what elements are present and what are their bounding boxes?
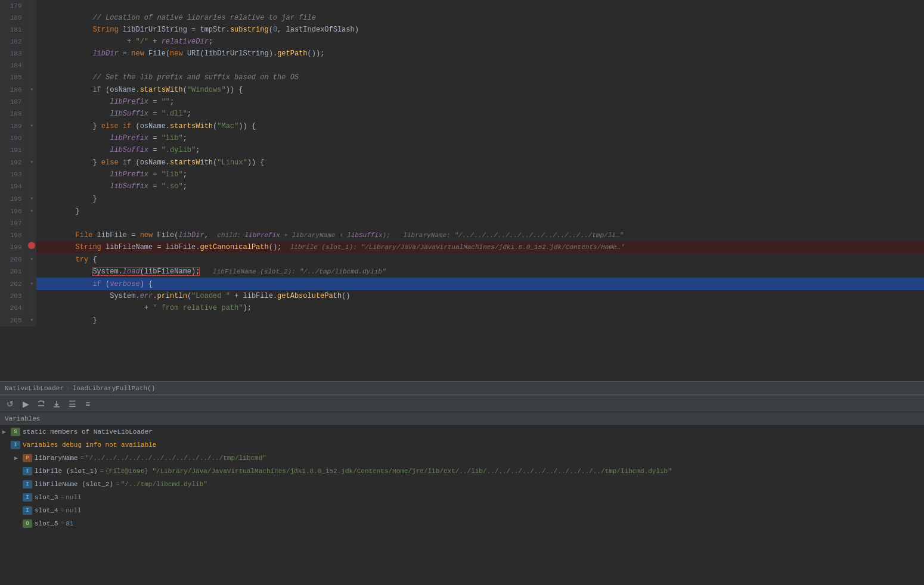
- table-row: 181 String libDirUrlString = tmpStr.subs…: [0, 24, 924, 36]
- table-row: 188 libSuffix = ".dll";: [0, 108, 924, 120]
- code-line-content: [36, 217, 924, 229]
- expand-icon[interactable]: ▶: [14, 455, 23, 462]
- variable-row[interactable]: IlibFileName (slot_2)="/../tmp/libcmd.dy…: [0, 478, 924, 491]
- variable-row[interactable]: IVariables debug info not available: [0, 438, 924, 452]
- step-over-button[interactable]: [35, 397, 48, 410]
- line-number: 204: [0, 302, 27, 314]
- table-row: 197: [0, 217, 924, 229]
- var-value: "/../../../../../../../../../../../tmp/l…: [85, 455, 266, 462]
- list-view-button[interactable]: ≡: [81, 397, 94, 410]
- code-scroll[interactable]: 179180 // Location of native libraries r…: [0, 0, 924, 381]
- code-line-content: + " from relative path");: [36, 302, 924, 314]
- var-type-icon: O: [23, 519, 32, 528]
- code-line-content: String libDirUrlString = tmpStr.substrin…: [36, 24, 924, 36]
- var-type-icon: I: [23, 467, 32, 475]
- table-row: 191 libSuffix = ".dylib";: [0, 144, 924, 156]
- table-row: 194 libSuffix = ".so";: [0, 181, 924, 192]
- fold-icon[interactable]: ▾: [30, 281, 33, 287]
- expand-placeholder: [14, 481, 23, 488]
- gutter-icon-cell: [27, 181, 36, 192]
- var-type-icon: I: [11, 441, 20, 449]
- code-line-content: libPrefix = "";: [36, 96, 924, 108]
- line-number: 180: [0, 12, 27, 24]
- gutter-icon-cell: [27, 229, 36, 241]
- table-row: 201 System.load(libFileName); libFileNam…: [0, 266, 924, 278]
- var-name: slot_3: [35, 494, 58, 501]
- gutter-icon-cell: [27, 169, 36, 181]
- code-line-content: System.load(libFileName); libFileName (s…: [36, 266, 924, 278]
- gutter-icon-cell: [27, 290, 36, 302]
- line-number: 179: [0, 0, 27, 12]
- variables-header: Variables: [0, 412, 924, 425]
- code-line-content: System.err.println("Loaded " + libFile.g…: [36, 290, 924, 302]
- step-into-button[interactable]: [50, 397, 63, 410]
- expand-icon[interactable]: ▶: [2, 428, 11, 435]
- variable-row[interactable]: Oslot_5=81: [0, 517, 924, 530]
- gutter-icon-cell: [27, 302, 36, 314]
- code-line-content: libDir = new File(new URI(libDirUrlStrin…: [36, 48, 924, 60]
- line-number: 190: [0, 132, 27, 144]
- fold-icon[interactable]: ▾: [30, 123, 33, 129]
- var-type-icon: I: [23, 480, 32, 488]
- code-table: 179180 // Location of native libraries r…: [0, 0, 924, 326]
- line-number: 195: [0, 192, 27, 205]
- code-line-content: // Location of native libraries relative…: [36, 12, 924, 24]
- fold-icon[interactable]: ▾: [30, 317, 33, 323]
- code-editor: 179180 // Location of native libraries r…: [0, 0, 924, 585]
- var-equals: =: [80, 455, 85, 462]
- gutter-icon-cell: ▾: [27, 83, 36, 96]
- var-value: {File@1696} "/Library/Java/JavaVirtualMa…: [105, 468, 672, 475]
- table-row: 184: [0, 60, 924, 71]
- var-name: static members of NativeLibLoader: [23, 428, 153, 435]
- gutter-icon-cell: ▾: [27, 120, 36, 132]
- variable-row[interactable]: Islot_3=null: [0, 491, 924, 504]
- line-number: 191: [0, 144, 27, 156]
- restart-button[interactable]: ↺: [4, 397, 17, 410]
- table-row: 192▾ } else if (osName.startsWith("Linux…: [0, 156, 924, 169]
- code-line-content: // Set the lib prefix and suffix based o…: [36, 71, 924, 83]
- var-type-icon: S: [11, 428, 20, 436]
- gutter-icon-cell: [27, 12, 36, 24]
- code-line-content: }: [36, 192, 924, 205]
- fold-icon[interactable]: ▾: [30, 159, 33, 166]
- fold-icon[interactable]: ▾: [30, 208, 33, 214]
- table-row: 187 libPrefix = "";: [0, 96, 924, 108]
- gutter-icon-cell: [27, 217, 36, 229]
- fold-icon[interactable]: ▾: [30, 256, 33, 263]
- table-row: 190 libPrefix = "lib";: [0, 132, 924, 144]
- expand-placeholder: [14, 508, 23, 514]
- variable-row[interactable]: ▶PlibraryName="/../../../../../../../../…: [0, 452, 924, 465]
- code-line-content: libPrefix = "lib";: [36, 169, 924, 181]
- debug-panel: Variables ▶Sstatic members of NativeLibL…: [0, 412, 924, 585]
- line-number: 200: [0, 253, 27, 266]
- code-line-content: String libFileName = libFile.getCanonica…: [36, 241, 924, 253]
- line-number: 203: [0, 290, 27, 302]
- var-value: 81: [66, 520, 73, 527]
- fold-icon[interactable]: ▾: [30, 86, 33, 93]
- var-name: slot_5: [35, 520, 58, 527]
- variable-row[interactable]: Islot_4=null: [0, 504, 924, 517]
- variables-label: Variables: [5, 415, 40, 422]
- code-line-content: if (verbose) {: [36, 278, 924, 290]
- variable-row[interactable]: ▶Sstatic members of NativeLibLoader: [0, 425, 924, 438]
- breakpoint-icon[interactable]: [28, 242, 35, 249]
- resume-button[interactable]: ▶: [19, 397, 32, 410]
- breadcrumb-sep: ›: [66, 385, 70, 392]
- table-row: 204 + " from relative path");: [0, 302, 924, 314]
- code-line-content: libPrefix = "lib";: [36, 132, 924, 144]
- gutter-icon-cell: [27, 36, 36, 48]
- bottom-section: ↺ ▶ ☰ ≡ Variables: [0, 394, 924, 585]
- fold-icon[interactable]: ▾: [30, 195, 33, 202]
- breadcrumb-class: NativeLibLoader: [5, 385, 64, 392]
- code-line-content: }: [36, 205, 924, 217]
- gutter-icon-cell: ▾: [27, 205, 36, 217]
- code-line-content: libSuffix = ".dll";: [36, 108, 924, 120]
- table-view-button[interactable]: ☰: [66, 397, 79, 410]
- var-value: null: [66, 507, 81, 514]
- table-row: 196▾ }: [0, 205, 924, 217]
- gutter-icon-cell: [27, 60, 36, 71]
- table-row: 182 + "/" + relativeDir;: [0, 36, 924, 48]
- gutter-icon-cell: ▾: [27, 156, 36, 169]
- variable-row[interactable]: IlibFile (slot_1)={File@1696} "/Library/…: [0, 465, 924, 478]
- line-number: 194: [0, 181, 27, 192]
